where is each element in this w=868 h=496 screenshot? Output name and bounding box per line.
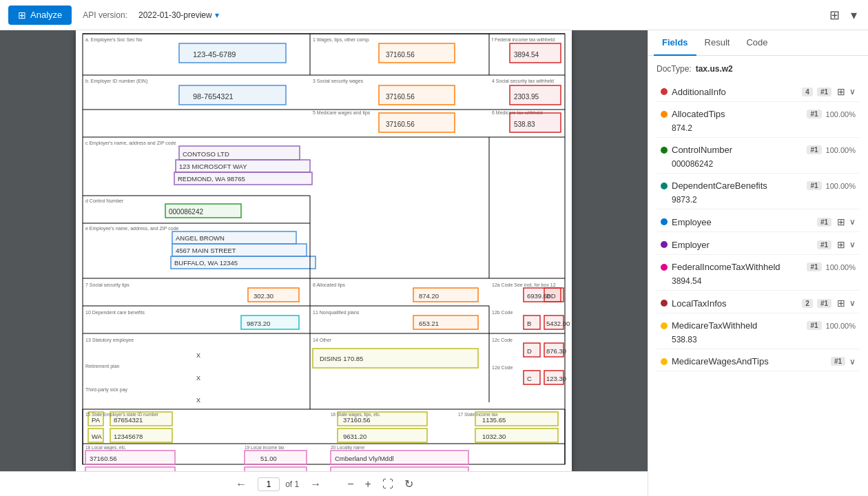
field-header-additionalinfo[interactable]: AdditionalInfo 4 #1 ⊞ ∨ — [657, 83, 860, 100]
tab-result[interactable]: Result — [696, 30, 738, 56]
svg-text:302.30: 302.30 — [254, 292, 273, 300]
fit-page-button[interactable]: ⛶ — [378, 477, 397, 492]
field-header-dependentcarebenefits[interactable]: DependentCareBenefits #1 100.00% — [657, 178, 860, 194]
divider-federalincometaxwithheld — [657, 290, 860, 291]
svg-text:4567 MAIN STREET: 4567 MAIN STREET — [176, 247, 236, 254]
main-content: a. Employee's Soc Sec No 123-45-6789 1 W… — [0, 30, 868, 496]
prev-page-button[interactable]: ← — [230, 475, 252, 493]
svg-text:PA: PA — [92, 416, 101, 424]
svg-rect-75 — [524, 316, 540, 329]
doctype-value: tax.us.w2 — [696, 64, 733, 74]
field-header-federalincometaxwithheld[interactable]: FederalIncomeTaxWithheld #1 100.00% — [657, 259, 860, 275]
divider-medicarewagesandtips — [657, 371, 860, 371]
svg-text:5432.00: 5432.00 — [546, 320, 570, 327]
field-item-localtaxinfos: LocalTaxInfos 2 #1 ⊞ ∨ — [657, 295, 860, 313]
field-dot-employee — [661, 218, 668, 225]
table-icon-localtaxinfos[interactable]: ⊞ — [837, 298, 845, 309]
svg-text:1135.65: 1135.65 — [482, 416, 506, 424]
divider-allocatedtips — [657, 137, 860, 138]
zoom-controls: − + ⛶ ↻ — [343, 476, 417, 492]
api-version-dropdown[interactable]: ▾ — [215, 10, 219, 20]
field-dot-allocatedtips — [661, 111, 668, 118]
svg-text:8 Allocated tips: 8 Allocated tips — [313, 282, 346, 288]
svg-text:37160.56: 37160.56 — [343, 416, 371, 424]
field-header-medicaretaxwithheld[interactable]: MedicareTaxWithheld #1 100.00% — [657, 318, 860, 333]
svg-text:REDMOND, WA 98765: REDMOND, WA 98765 — [178, 175, 245, 183]
divider-dependentcarebenefits — [657, 209, 860, 209]
field-header-localtaxinfos[interactable]: LocalTaxInfos 2 #1 ⊞ ∨ — [657, 295, 860, 311]
svg-text:f Federal income tax withheld: f Federal income tax withheld — [492, 37, 555, 42]
svg-text:19 Local income tax: 19 Local income tax — [245, 445, 285, 450]
field-dot-localtaxinfos — [661, 300, 668, 307]
svg-text:874.20: 874.20 — [419, 292, 439, 300]
field-header-controlnumber[interactable]: ControlNumber #1 100.00% — [657, 142, 860, 158]
field-header-employee[interactable]: Employee #1 ⊞ ∨ — [657, 214, 860, 230]
chevron-down-icon-button[interactable]: ▾ — [848, 5, 860, 25]
field-item-employee: Employee #1 ⊞ ∨ — [657, 214, 860, 232]
doctype-label: DocType: — [657, 64, 692, 74]
doctype-row: DocType: tax.us.w2 — [657, 64, 860, 74]
toolbar-icons: ⊞ ▾ — [827, 5, 860, 25]
svg-text:Cmberland Vly/Mddl: Cmberland Vly/Mddl — [335, 455, 394, 462]
field-item-dependentcarebenefits: DependentCareBenefits #1 100.00% 9873.2 — [657, 178, 860, 209]
chevron-localtaxinfos[interactable]: ∨ — [849, 298, 856, 308]
field-dot-controlnumber — [661, 147, 668, 154]
zoom-in-button[interactable]: + — [361, 477, 375, 492]
w2-form-svg: a. Employee's Soc Sec No 123-45-6789 1 W… — [76, 30, 572, 471]
svg-text:37160.56: 37160.56 — [386, 51, 415, 59]
document-viewer-inner: a. Employee's Soc Sec No 123-45-6789 1 W… — [0, 30, 648, 471]
zoom-out-button[interactable]: − — [343, 477, 358, 492]
field-badge-employer: #1 — [817, 240, 831, 249]
svg-text:14 Other: 14 Other — [313, 338, 332, 342]
field-dot-employer — [661, 241, 668, 248]
api-version-label: API version: — [83, 10, 127, 20]
chevron-employer[interactable]: ∨ — [849, 240, 856, 249]
rotate-button[interactable]: ↻ — [400, 476, 417, 492]
table-icon-additionalinfo[interactable]: ⊞ — [837, 86, 845, 97]
svg-text:7 Social security tips: 7 Social security tips — [85, 282, 130, 288]
svg-text:17 State income tax: 17 State income tax — [458, 412, 498, 417]
field-badge-localtaxinfos: #1 — [817, 299, 831, 308]
field-confidence-dependentcarebenefits: 100.00% — [826, 182, 856, 190]
svg-text:D: D — [527, 347, 532, 355]
svg-text:1032.30: 1032.30 — [482, 433, 506, 440]
field-value-dependentcarebenefits: 9873.2 — [657, 194, 860, 207]
svg-text:538.83: 538.83 — [514, 121, 535, 128]
toolbar: ⊞ Analyze API version: 2022-01-30-previe… — [0, 0, 868, 30]
svg-text:3894.54: 3894.54 — [514, 51, 539, 59]
layers-icon-button[interactable]: ⊞ — [827, 5, 843, 25]
svg-text:c Employer's name, address and: c Employer's name, address and ZIP code — [85, 141, 176, 146]
tab-code[interactable]: Code — [738, 30, 776, 56]
svg-text:123 MICROSOFT WAY: 123 MICROSOFT WAY — [179, 163, 247, 170]
field-header-medicarewagesandtips[interactable]: MedicareWagesAndTips #1 ∨ — [657, 353, 860, 369]
field-item-medicarewagesandtips: MedicareWagesAndTips #1 ∨ — [657, 353, 860, 371]
field-header-employer[interactable]: Employer #1 ⊞ ∨ — [657, 236, 860, 253]
svg-text:123-45-6789: 123-45-6789 — [193, 50, 236, 59]
field-name-localtaxinfos: LocalTaxInfos — [672, 298, 798, 309]
chevron-employee[interactable]: ∨ — [849, 217, 856, 227]
field-header-allocatedtips[interactable]: AllocatedTips #1 100.00% — [657, 106, 860, 122]
table-icon-employee[interactable]: ⊞ — [837, 216, 845, 227]
next-page-button[interactable]: → — [304, 475, 327, 493]
field-item-additionalinfo: AdditionalInfo 4 #1 ⊞ ∨ — [657, 83, 860, 102]
analyze-icon: ⊞ — [18, 10, 26, 21]
analyze-button[interactable]: ⊞ Analyze — [8, 6, 72, 25]
page-number-input[interactable] — [258, 477, 280, 491]
divider-employee — [657, 231, 860, 232]
field-item-controlnumber: ControlNumber #1 100.00% 000086242 — [657, 142, 860, 174]
field-name-employer: Employer — [672, 240, 813, 250]
divider-employer — [657, 254, 860, 255]
chevron-medicarewagesandtips[interactable]: ∨ — [849, 357, 856, 366]
field-value-federalincometaxwithheld: 3894.54 — [657, 275, 860, 289]
svg-text:3 Social security wages: 3 Social security wages — [313, 79, 364, 84]
field-name-employee: Employee — [672, 217, 813, 227]
table-icon-employer[interactable]: ⊞ — [837, 239, 845, 250]
right-panel: Fields Result Code DocType: tax.us.w2 Ad… — [648, 30, 868, 496]
svg-text:10 Dependent care benefits: 10 Dependent care benefits — [85, 310, 145, 316]
field-badge-federalincometaxwithheld: #1 — [807, 262, 821, 271]
field-value-allocatedtips: 874.2 — [657, 122, 860, 136]
field-name-medicaretaxwithheld: MedicareTaxWithheld — [672, 320, 803, 331]
field-item-federalincometaxwithheld: FederalIncomeTaxWithheld #1 100.00% 3894… — [657, 259, 860, 291]
chevron-additionalinfo[interactable]: ∨ — [849, 87, 856, 96]
tab-fields[interactable]: Fields — [654, 30, 696, 56]
